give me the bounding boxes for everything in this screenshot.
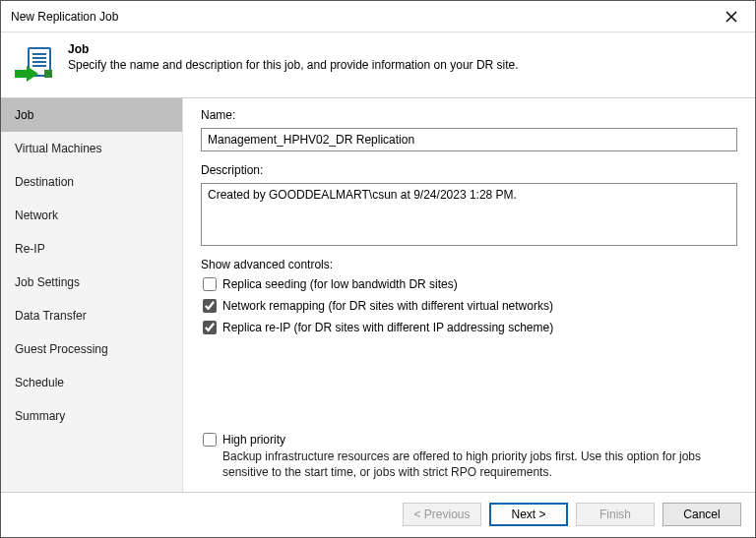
name-input[interactable]	[201, 128, 737, 151]
next-button[interactable]: Next >	[489, 503, 568, 526]
close-icon[interactable]	[710, 2, 753, 31]
previous-button[interactable]: < Previous	[403, 503, 481, 526]
network-remapping-label: Network remapping (for DR sites with dif…	[222, 299, 553, 313]
sidebar-step-job[interactable]: Job	[1, 98, 182, 132]
high-priority-label: High priority	[222, 433, 285, 447]
network-remapping-checkbox[interactable]	[203, 299, 217, 313]
sidebar-step-guest-processing[interactable]: Guest Processing	[1, 332, 182, 366]
sidebar-step-network[interactable]: Network	[1, 199, 182, 232]
window-title: New Replication Job	[11, 10, 118, 24]
description-input[interactable]	[201, 183, 737, 246]
cancel-button[interactable]: Cancel	[662, 503, 741, 526]
name-label: Name:	[201, 108, 737, 122]
high-priority-description: Backup infrastructure resources are offe…	[222, 448, 737, 480]
sidebar-step-reip[interactable]: Re-IP	[1, 232, 182, 266]
sidebar-step-schedule[interactable]: Schedule	[1, 366, 182, 399]
wizard-sidebar: Job Virtual Machines Destination Network…	[1, 98, 183, 492]
sidebar-step-virtual-machines[interactable]: Virtual Machines	[1, 132, 182, 165]
page-subtitle: Specify the name and description for thi…	[68, 58, 519, 72]
replica-seeding-label: Replica seeding (for low bandwidth DR si…	[222, 277, 458, 291]
sidebar-step-summary[interactable]: Summary	[1, 399, 182, 433]
titlebar: New Replication Job	[1, 1, 755, 32]
description-label: Description:	[201, 163, 737, 177]
finish-button[interactable]: Finish	[576, 503, 655, 526]
sidebar-step-data-transfer[interactable]: Data Transfer	[1, 299, 182, 332]
sidebar-step-destination[interactable]: Destination	[1, 165, 182, 199]
sidebar-step-job-settings[interactable]: Job Settings	[1, 266, 182, 299]
replica-reip-checkbox[interactable]	[203, 321, 217, 334]
replica-seeding-checkbox[interactable]	[203, 277, 217, 291]
replica-reip-label: Replica re-IP (for DR sites with differe…	[222, 321, 553, 334]
replication-job-icon	[15, 46, 54, 86]
svg-rect-9	[44, 70, 52, 78]
wizard-main: Name: Description: Show advanced control…	[183, 98, 755, 492]
high-priority-checkbox[interactable]	[203, 433, 217, 447]
page-title: Job	[68, 42, 519, 56]
advanced-controls-label: Show advanced controls:	[201, 258, 737, 271]
wizard-footer: < Previous Next > Finish Cancel	[1, 492, 755, 535]
svg-rect-7	[15, 70, 27, 78]
wizard-header: Job Specify the name and description for…	[1, 32, 755, 97]
